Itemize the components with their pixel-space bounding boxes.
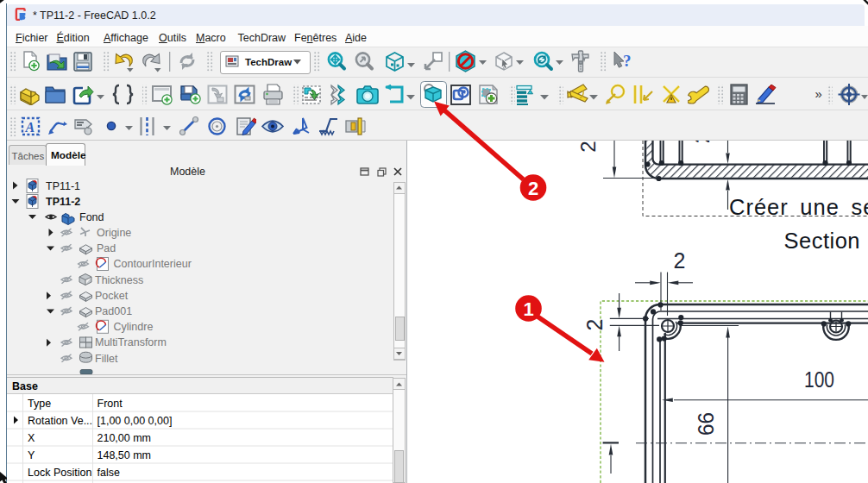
svg-text:1: 1 [523,298,533,320]
svg-text:2: 2 [528,178,538,199]
